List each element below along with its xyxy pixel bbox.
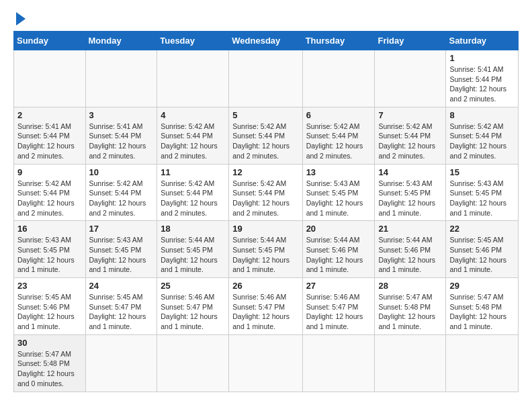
day-number: 26 [232,281,298,291]
day-info: Sunrise: 5:42 AM Sunset: 5:44 PM Dayligh… [161,122,225,161]
calendar-day-cell [85,334,157,392]
day-number: 30 [17,338,82,348]
calendar-day-cell: 14Sunrise: 5:43 AM Sunset: 5:45 PM Dayli… [375,164,446,221]
day-number: 3 [89,110,154,120]
calendar-day-cell [229,334,302,392]
calendar-week-row: 2Sunrise: 5:41 AM Sunset: 5:44 PM Daylig… [14,107,519,164]
day-info: Sunrise: 5:45 AM Sunset: 5:46 PM Dayligh… [449,235,515,275]
day-info: Sunrise: 5:47 AM Sunset: 5:48 PM Dayligh… [378,292,442,332]
day-number: 13 [306,167,371,177]
calendar-day-cell [446,334,519,392]
calendar-week-row: 9Sunrise: 5:42 AM Sunset: 5:44 PM Daylig… [14,164,519,221]
day-number: 17 [89,224,154,234]
calendar-day-cell: 5Sunrise: 5:42 AM Sunset: 5:44 PM Daylig… [229,107,302,164]
day-number: 16 [17,224,82,234]
day-info: Sunrise: 5:43 AM Sunset: 5:45 PM Dayligh… [449,179,515,218]
day-number: 18 [161,224,225,234]
calendar-week-row: 1Sunrise: 5:41 AM Sunset: 5:44 PM Daylig… [14,50,519,107]
calendar-day-cell: 17Sunrise: 5:43 AM Sunset: 5:45 PM Dayli… [85,221,157,278]
calendar-week-row: 16Sunrise: 5:43 AM Sunset: 5:45 PM Dayli… [14,221,519,278]
calendar-day-cell: 22Sunrise: 5:45 AM Sunset: 5:46 PM Dayli… [446,221,519,278]
day-info: Sunrise: 5:42 AM Sunset: 5:44 PM Dayligh… [449,122,515,161]
day-info: Sunrise: 5:43 AM Sunset: 5:45 PM Dayligh… [378,179,442,218]
day-number: 1 [449,53,515,63]
day-number: 7 [378,110,442,120]
day-number: 5 [232,110,298,120]
calendar-day-cell: 6Sunrise: 5:42 AM Sunset: 5:44 PM Daylig… [302,107,375,164]
day-info: Sunrise: 5:47 AM Sunset: 5:48 PM Dayligh… [17,349,82,389]
day-info: Sunrise: 5:42 AM Sunset: 5:44 PM Dayligh… [89,179,154,218]
day-info: Sunrise: 5:44 AM Sunset: 5:45 PM Dayligh… [161,235,225,275]
day-number: 14 [378,167,442,177]
day-info: Sunrise: 5:42 AM Sunset: 5:44 PM Dayligh… [378,122,442,161]
calendar-day-cell: 1Sunrise: 5:41 AM Sunset: 5:44 PM Daylig… [446,50,519,107]
calendar-day-cell: 21Sunrise: 5:44 AM Sunset: 5:46 PM Dayli… [375,221,446,278]
day-info: Sunrise: 5:41 AM Sunset: 5:44 PM Dayligh… [449,64,515,104]
calendar-day-cell: 7Sunrise: 5:42 AM Sunset: 5:44 PM Daylig… [375,107,446,164]
day-header-monday: Monday [85,32,157,50]
calendar-day-cell [375,50,446,107]
day-header-sunday: Sunday [14,32,86,50]
calendar-day-cell: 19Sunrise: 5:44 AM Sunset: 5:45 PM Dayli… [229,221,302,278]
day-number: 15 [449,167,515,177]
day-info: Sunrise: 5:45 AM Sunset: 5:46 PM Dayligh… [17,292,82,332]
day-number: 24 [89,281,154,291]
day-header-tuesday: Tuesday [157,32,229,50]
calendar-day-cell: 4Sunrise: 5:42 AM Sunset: 5:44 PM Daylig… [157,107,229,164]
calendar-day-cell: 13Sunrise: 5:43 AM Sunset: 5:45 PM Dayli… [302,164,375,221]
calendar-day-cell: 3Sunrise: 5:41 AM Sunset: 5:44 PM Daylig… [85,107,157,164]
day-number: 27 [306,281,371,291]
calendar-day-cell: 24Sunrise: 5:45 AM Sunset: 5:47 PM Dayli… [85,278,157,335]
day-info: Sunrise: 5:47 AM Sunset: 5:48 PM Dayligh… [449,292,515,332]
day-info: Sunrise: 5:41 AM Sunset: 5:44 PM Dayligh… [89,122,154,161]
day-info: Sunrise: 5:42 AM Sunset: 5:44 PM Dayligh… [232,179,298,218]
calendar-day-cell: 28Sunrise: 5:47 AM Sunset: 5:48 PM Dayli… [375,278,446,335]
calendar-day-cell [14,50,86,107]
day-info: Sunrise: 5:42 AM Sunset: 5:44 PM Dayligh… [232,122,298,161]
day-number: 19 [232,224,298,234]
day-number: 9 [17,167,82,177]
calendar-day-cell [157,50,229,107]
day-number: 23 [17,281,82,291]
day-header-thursday: Thursday [302,32,375,50]
day-info: Sunrise: 5:42 AM Sunset: 5:44 PM Dayligh… [17,179,82,218]
day-number: 6 [306,110,371,120]
calendar-day-cell: 18Sunrise: 5:44 AM Sunset: 5:45 PM Dayli… [157,221,229,278]
calendar-day-cell: 11Sunrise: 5:42 AM Sunset: 5:44 PM Dayli… [157,164,229,221]
day-info: Sunrise: 5:43 AM Sunset: 5:45 PM Dayligh… [17,235,82,275]
day-header-saturday: Saturday [446,32,519,50]
day-info: Sunrise: 5:45 AM Sunset: 5:47 PM Dayligh… [89,292,154,332]
calendar-day-cell: 12Sunrise: 5:42 AM Sunset: 5:44 PM Dayli… [229,164,302,221]
day-number: 8 [449,110,515,120]
day-number: 4 [161,110,225,120]
calendar-week-row: 30Sunrise: 5:47 AM Sunset: 5:48 PM Dayli… [14,334,519,392]
day-info: Sunrise: 5:46 AM Sunset: 5:47 PM Dayligh… [232,292,298,332]
calendar-day-cell: 9Sunrise: 5:42 AM Sunset: 5:44 PM Daylig… [14,164,86,221]
logo [13,12,26,26]
calendar-day-cell: 27Sunrise: 5:46 AM Sunset: 5:47 PM Dayli… [302,278,375,335]
page-header [7,7,525,28]
day-info: Sunrise: 5:42 AM Sunset: 5:44 PM Dayligh… [161,179,225,218]
day-number: 28 [378,281,442,291]
day-info: Sunrise: 5:43 AM Sunset: 5:45 PM Dayligh… [306,179,371,218]
day-number: 12 [232,167,298,177]
calendar-day-cell [157,334,229,392]
calendar-day-cell [302,334,375,392]
calendar-day-cell: 20Sunrise: 5:44 AM Sunset: 5:46 PM Dayli… [302,221,375,278]
day-number: 21 [378,224,442,234]
calendar-day-cell: 29Sunrise: 5:47 AM Sunset: 5:48 PM Dayli… [446,278,519,335]
day-number: 22 [449,224,515,234]
calendar-day-cell [229,50,302,107]
calendar-day-cell: 23Sunrise: 5:45 AM Sunset: 5:46 PM Dayli… [14,278,86,335]
calendar-day-cell [302,50,375,107]
calendar-day-cell: 15Sunrise: 5:43 AM Sunset: 5:45 PM Dayli… [446,164,519,221]
day-number: 25 [161,281,225,291]
calendar-day-cell [85,50,157,107]
calendar-day-cell: 8Sunrise: 5:42 AM Sunset: 5:44 PM Daylig… [446,107,519,164]
calendar-day-cell: 10Sunrise: 5:42 AM Sunset: 5:44 PM Dayli… [85,164,157,221]
day-info: Sunrise: 5:44 AM Sunset: 5:46 PM Dayligh… [306,235,371,275]
calendar-day-cell: 25Sunrise: 5:46 AM Sunset: 5:47 PM Dayli… [157,278,229,335]
calendar-day-cell: 26Sunrise: 5:46 AM Sunset: 5:47 PM Dayli… [229,278,302,335]
day-number: 2 [17,110,82,120]
calendar-week-row: 23Sunrise: 5:45 AM Sunset: 5:46 PM Dayli… [14,278,519,335]
